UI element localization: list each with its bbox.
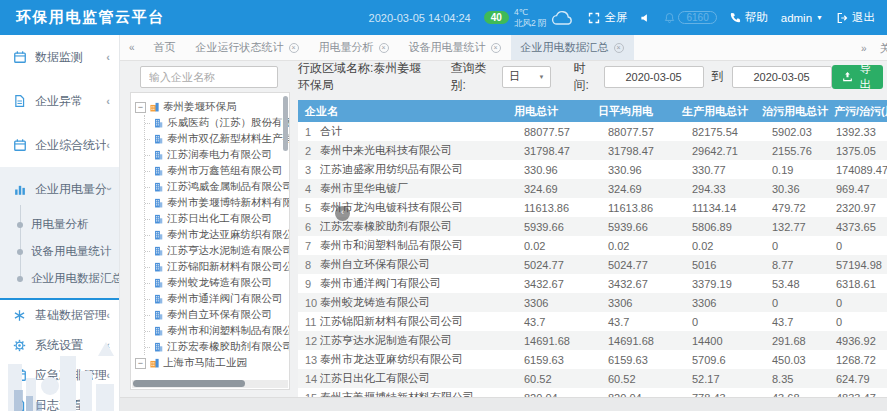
value-cell: 479.72: [758, 198, 830, 217]
tab-企业用电数据汇总[interactable]: 企业用电数据汇总×: [511, 35, 634, 61]
fullscreen-button[interactable]: 全屏: [588, 10, 627, 25]
tree-root-node[interactable]: −上海市马陆工业园: [135, 355, 289, 371]
panel-collapse-button[interactable]: ‹: [335, 206, 350, 221]
value-cell: 294.33: [678, 179, 758, 198]
tree-company-node[interactable]: 江苏润泰电力有限公司: [145, 147, 289, 163]
column-header: 生产用电总计: [678, 100, 758, 122]
table-row[interactable]: 6江苏宏泰橡胶助剂有限公司5939.665939.665806.89132.77…: [298, 217, 887, 236]
table-row[interactable]: 14江苏日出化工有限公司60.5260.5252.178.35624.79: [298, 369, 887, 388]
table-row[interactable]: 9泰州市通洋阀门有限公司3432.673432.673379.1953.4863…: [298, 274, 887, 293]
value-cell: 52.17: [678, 369, 758, 388]
sidebar-item[interactable]: 基础数据管理‹: [0, 300, 119, 330]
tab-close-icon[interactable]: ×: [614, 43, 624, 53]
tree-company-node[interactable]: 江苏亨达水泥制造有限公司: [145, 243, 289, 259]
table-row[interactable]: 1合计88077.5788077.5782175.545902.031392.3…: [298, 122, 887, 141]
building-icon: [153, 277, 164, 289]
company-name-cell: 江苏日出化工有限公司: [318, 369, 510, 388]
tree-company-node[interactable]: 泰州蛟龙铸造有限公司: [145, 275, 289, 291]
table-row[interactable]: 2泰州中来光电科技有限公司31798.4731798.4729642.71215…: [298, 141, 887, 160]
sidebar-item[interactable]: 企业综合统计‹: [0, 123, 119, 167]
sidebar-menu: 数据监测‹企业异常‹企业综合统计‹企业用电量分析‹用电量分析设备用电量统计企业用…: [0, 35, 119, 411]
tree-horizontal-scrollbar[interactable]: [132, 380, 288, 388]
date-to-input[interactable]: [732, 66, 832, 88]
tab-close-icon[interactable]: ×: [491, 43, 501, 53]
sidebar-subitem[interactable]: 用电量分析: [0, 211, 119, 238]
tree-company-node[interactable]: 乐威医药（江苏）股份有限公司: [145, 115, 289, 131]
company-name-cell: 泰州市姜堰博特新材料有限公司: [318, 388, 510, 397]
logout-button[interactable]: 退出: [836, 10, 875, 25]
tab-设备用电量统计[interactable]: 设备用电量统计×: [399, 35, 511, 61]
tabs-scroll-left-icon[interactable]: «: [120, 42, 144, 53]
tree-company-node[interactable]: 江苏鸿威金属制品有限公司: [145, 179, 289, 195]
value-cell: 330.96: [594, 160, 678, 179]
sidebar-item[interactable]: 数据监测‹: [0, 35, 119, 79]
user-menu[interactable]: admin ▼: [781, 12, 823, 24]
table-row[interactable]: 12江苏亨达水泥制造有限公司14691.6814691.6814400291.6…: [298, 331, 887, 350]
value-cell: 5939.66: [510, 217, 594, 236]
company-name-cell: 江苏锦阳新材料有限公司公司: [318, 312, 510, 331]
speaker-icon[interactable]: [640, 12, 651, 24]
sidebar-item[interactable]: 企业异常‹: [0, 79, 119, 123]
chevron-icon: ‹: [106, 339, 110, 351]
tree-company-node[interactable]: 泰州市和润塑料制品有限公司: [145, 323, 289, 339]
tree-company-node[interactable]: 江苏宏泰橡胶助剂有限公司: [145, 339, 289, 355]
value-cell: 43.7: [594, 312, 678, 331]
tree-node-label: 江苏润泰电力有限公司: [167, 148, 272, 162]
sidebar-item[interactable]: 系统设置‹: [0, 330, 119, 360]
table-row[interactable]: 11江苏锦阳新材料有限公司公司43.743.7043.70: [298, 312, 887, 331]
tree-node-label: 泰州市万鑫笆组有限公司: [167, 164, 283, 178]
tree-company-node[interactable]: 泰州市龙达亚麻纺织有限公司: [145, 227, 289, 243]
tabs-scroll-right-icon[interactable]: »: [852, 43, 876, 54]
tab-close-icon[interactable]: ×: [289, 43, 299, 53]
query-category-select[interactable]: 日 ▼: [502, 66, 552, 88]
close-operations-button[interactable]: 关闭操作: [880, 41, 887, 56]
tab-用电量分析[interactable]: 用电量分析×: [309, 35, 399, 61]
building-icon: [153, 245, 164, 257]
help-button[interactable]: 帮助: [730, 10, 768, 25]
tree-node-label: 泰州市姜堰博特新材料有限公司: [167, 196, 290, 210]
tree-company-node[interactable]: 泰州市姜堰博特新材料有限公司: [145, 195, 289, 211]
table-row[interactable]: 7泰州市和润塑料制品有限公司0.020.020.0200: [298, 236, 887, 255]
tree-collapse-icon[interactable]: −: [135, 102, 146, 113]
tree-root-node[interactable]: −泰州姜堰环保局: [135, 99, 289, 115]
column-header: 用电总计: [510, 100, 594, 122]
sidebar-subitem-label: 企业用电数据汇总: [31, 271, 120, 286]
search-input[interactable]: [140, 66, 278, 88]
value-cell: 11613.86: [594, 198, 678, 217]
row-number: 7: [298, 236, 318, 255]
tree-company-node[interactable]: 泰州市万鑫笆组有限公司: [145, 163, 289, 179]
tree-company-node[interactable]: 江苏日出化工有限公司: [145, 211, 289, 227]
tree-node-label: 泰州市通洋阀门有限公司: [167, 292, 283, 306]
table-row[interactable]: 3江苏迪盛家用纺织品有限公司330.96330.96330.770.191740…: [298, 160, 887, 179]
sidebar-subitem[interactable]: 设备用电量统计: [0, 238, 119, 265]
tab-企业运行状态统计[interactable]: 企业运行状态统计×: [186, 35, 309, 61]
sidebar-item[interactable]: 日志查看‹: [0, 390, 119, 411]
tree-vertical-scrollbar[interactable]: [283, 96, 288, 151]
column-header: 治污用电总计: [758, 100, 830, 122]
tree-node-label: 泰州市和润塑料制品有限公司: [167, 324, 290, 338]
table-row[interactable]: 13泰州市龙达亚麻纺织有限公司6159.636159.635709.6450.0…: [298, 350, 887, 369]
tree-company-node[interactable]: 江苏锦阳新材料有限公司公司: [145, 259, 289, 275]
sidebar-item[interactable]: 应急减排管理‹: [0, 360, 119, 390]
tab-close-icon[interactable]: ×: [379, 43, 389, 53]
table-row[interactable]: 15泰州市姜堰博特新材料有限公司820.04820.04778.4343.684…: [298, 388, 887, 397]
tab-首页[interactable]: 首页: [144, 35, 186, 61]
value-cell: 820.04: [510, 388, 594, 397]
table-row[interactable]: 4泰州市里华电镀厂324.69324.69294.3330.36969.47: [298, 179, 887, 198]
alarm-indicator[interactable]: 6160: [664, 11, 716, 24]
tree-company-node[interactable]: 泰州自立环保有限公司: [145, 307, 289, 323]
value-cell: 0.02: [510, 236, 594, 255]
chevron-icon: ‹: [106, 399, 110, 411]
sidebar-subitem[interactable]: 企业用电数据汇总: [0, 265, 119, 292]
tree-collapse-icon[interactable]: −: [135, 358, 146, 369]
tree-node-label: 上海市马陆工业园: [163, 356, 247, 370]
sidebar-item[interactable]: 企业用电量分析‹: [0, 167, 119, 211]
tree-company-node[interactable]: 泰州市通洋阀门有限公司: [145, 291, 289, 307]
date-from-input[interactable]: [604, 66, 704, 88]
export-button[interactable]: 导出: [832, 65, 883, 89]
table-row[interactable]: 5泰州市龙沟电镀科技有限公司11613.8611613.8611134.1447…: [298, 198, 887, 217]
bell-icon: [664, 12, 675, 24]
tree-company-node[interactable]: 泰州市双亿新型材料生产有限公司: [145, 131, 289, 147]
table-row[interactable]: 10泰州蛟龙铸造有限公司33063306330600: [298, 293, 887, 312]
table-row[interactable]: 8泰州自立环保有限公司5024.775024.7750168.7757194.9…: [298, 255, 887, 274]
